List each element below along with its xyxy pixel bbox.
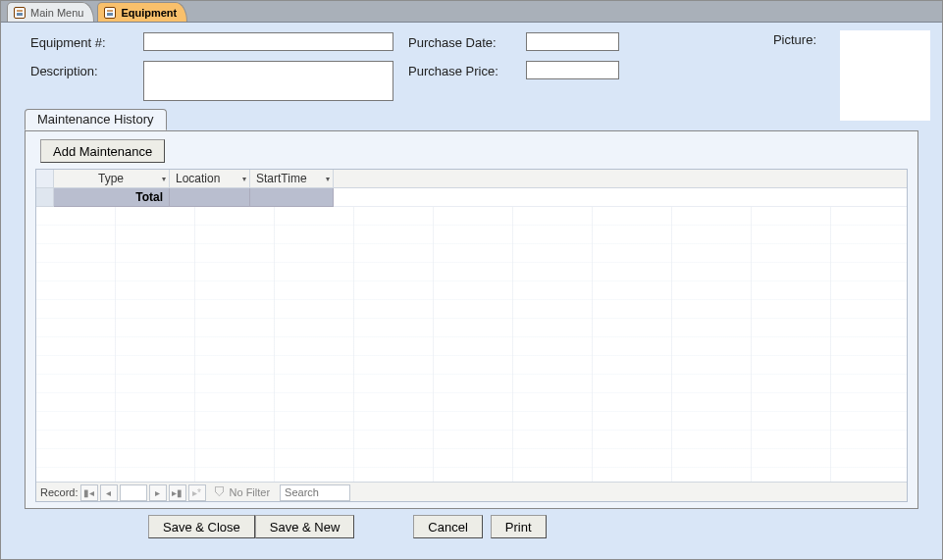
- column-header-starttime[interactable]: StartTime▾: [250, 170, 334, 188]
- svg-rect-4: [107, 10, 113, 12]
- document-tabstrip: Main Menu Equipment: [1, 1, 942, 23]
- picture-box[interactable]: [840, 30, 930, 121]
- equipment-number-input[interactable]: [143, 32, 393, 51]
- form-icon: [14, 7, 26, 19]
- description-input[interactable]: [143, 61, 393, 101]
- record-navigator: Record: ▮◂ ◂ ▸ ▸▮ ▸* ⛉ No Filter: [36, 482, 907, 502]
- form-body: Equipment #: Purchase Date: Picture: Des…: [1, 23, 942, 101]
- save-close-button[interactable]: Save & Close: [148, 515, 255, 538]
- description-label: Description:: [30, 61, 143, 78]
- nav-last-button[interactable]: ▸▮: [169, 484, 186, 501]
- svg-rect-5: [107, 13, 113, 16]
- chevron-down-icon[interactable]: ▾: [242, 175, 246, 183]
- footer-buttons: Save & Close Save & New Cancel Print: [1, 515, 942, 538]
- add-maintenance-button[interactable]: Add Maintenance: [40, 139, 165, 163]
- column-header-type[interactable]: Type▾: [54, 170, 170, 188]
- tab-equipment-label: Equipment: [121, 7, 177, 19]
- column-header-location[interactable]: Location▾: [170, 170, 250, 188]
- nav-first-button[interactable]: ▮◂: [80, 484, 98, 501]
- print-button[interactable]: Print: [491, 515, 547, 538]
- total-cell-type: Total: [54, 188, 170, 207]
- maintenance-grid: Type▾ Location▾ StartTime▾ Total: [35, 169, 908, 502]
- purchase-price-input[interactable]: [526, 61, 619, 79]
- save-new-button[interactable]: Save & New: [255, 515, 355, 538]
- filter-icon: ⛉: [214, 485, 226, 499]
- purchase-price-label: Purchase Price:: [408, 61, 526, 78]
- cancel-button[interactable]: Cancel: [413, 515, 482, 538]
- row-selector[interactable]: [36, 188, 54, 207]
- purchase-date-input[interactable]: [526, 32, 619, 51]
- filter-label: No Filter: [230, 486, 271, 498]
- grid-search-input[interactable]: [280, 484, 350, 501]
- maintenance-history-panel: Add Maintenance Type▾ Location▾ StartTim…: [25, 130, 918, 509]
- tab-maintenance-history-label: Maintenance History: [37, 112, 154, 127]
- nav-prev-button[interactable]: ◂: [100, 484, 118, 501]
- grid-header: Type▾ Location▾ StartTime▾: [36, 170, 907, 188]
- tab-maintenance-history[interactable]: Maintenance History: [25, 109, 167, 130]
- purchase-date-label: Purchase Date:: [408, 32, 526, 50]
- tab-main-menu-label: Main Menu: [30, 7, 83, 19]
- form-icon: [104, 7, 116, 19]
- add-maintenance-label: Add Maintenance: [53, 144, 152, 159]
- grid-total-row: Total: [36, 188, 907, 207]
- subform-tabs: Maintenance History: [25, 109, 918, 130]
- svg-rect-1: [17, 10, 23, 12]
- total-cell-location: [170, 188, 250, 207]
- grid-select-all[interactable]: [36, 170, 54, 188]
- chevron-down-icon[interactable]: ▾: [162, 175, 166, 183]
- nav-current-record[interactable]: [120, 484, 147, 501]
- column-header-empty: [334, 170, 907, 188]
- picture-label: Picture:: [773, 32, 816, 47]
- nav-new-button[interactable]: ▸*: [188, 484, 206, 501]
- record-label: Record:: [40, 486, 79, 498]
- tab-main-menu[interactable]: Main Menu: [7, 2, 94, 22]
- svg-rect-2: [17, 13, 23, 16]
- total-cell-starttime: [250, 188, 334, 207]
- grid-empty-rows[interactable]: [36, 207, 907, 482]
- tab-equipment[interactable]: Equipment: [97, 2, 187, 22]
- filter-indicator[interactable]: ⛉ No Filter: [214, 485, 271, 499]
- chevron-down-icon[interactable]: ▾: [326, 175, 330, 183]
- nav-next-button[interactable]: ▸: [149, 484, 167, 501]
- equipment-number-label: Equipment #:: [30, 32, 143, 50]
